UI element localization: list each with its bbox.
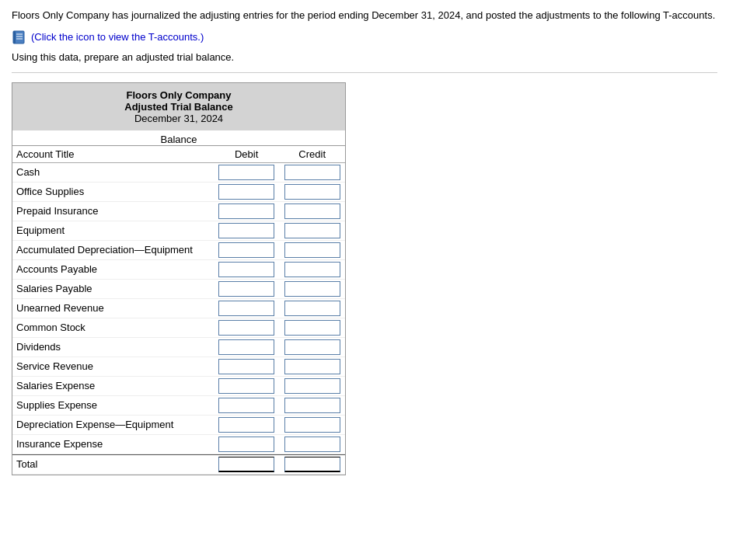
table-row: Unearned Revenue <box>12 299 345 318</box>
debit-input[interactable] <box>218 437 274 452</box>
account-title-cell: Unearned Revenue <box>12 302 214 314</box>
t-accounts-link[interactable]: (Click the icon to view the T-accounts.) <box>12 30 717 45</box>
intro-text: Floors Only Company has journalized the … <box>12 8 717 23</box>
section-divider <box>12 72 717 73</box>
col-credit-header: Credit <box>279 148 345 160</box>
table-row: Common Stock <box>12 318 345 338</box>
adjusted-trial-balance-table: Floors Only Company Adjusted Trial Balan… <box>12 82 346 475</box>
table-row: Supplies Expense <box>12 396 345 416</box>
svg-rect-1 <box>13 31 16 43</box>
debit-input[interactable] <box>218 301 274 316</box>
debit-input-cell[interactable] <box>214 359 280 374</box>
credit-input[interactable] <box>284 457 340 472</box>
account-title-cell: Salaries Payable <box>12 283 214 294</box>
credit-input-cell[interactable] <box>279 378 345 394</box>
credit-input-cell[interactable] <box>279 184 345 200</box>
credit-input-cell[interactable] <box>279 203 345 219</box>
table-rows-container: CashOffice SuppliesPrepaid InsuranceEqui… <box>12 163 345 475</box>
credit-input[interactable] <box>284 437 340 452</box>
credit-input-cell[interactable] <box>279 359 345 374</box>
debit-input[interactable] <box>218 262 274 277</box>
debit-input-cell[interactable] <box>214 184 280 200</box>
credit-input[interactable] <box>284 242 340 258</box>
debit-input-cell[interactable] <box>214 378 280 394</box>
account-title-cell: Equipment <box>12 224 214 236</box>
account-title-cell: Dividends <box>12 341 214 353</box>
debit-input[interactable] <box>218 242 274 258</box>
credit-input-cell[interactable] <box>279 320 345 336</box>
credit-input-cell[interactable] <box>279 165 345 180</box>
debit-input-cell[interactable] <box>214 320 280 336</box>
credit-input-cell[interactable] <box>279 281 345 297</box>
table-row: Salaries Payable <box>12 280 345 299</box>
debit-input[interactable] <box>218 378 274 394</box>
col-account-header: Account Title <box>12 148 214 160</box>
credit-input[interactable] <box>284 184 340 200</box>
column-headers: Account Title Debit Credit <box>12 146 345 163</box>
debit-input-cell[interactable] <box>214 339 280 355</box>
credit-input[interactable] <box>284 262 340 277</box>
credit-input[interactable] <box>284 398 340 413</box>
debit-input[interactable] <box>218 339 274 355</box>
table-row: Depreciation Expense—Equipment <box>12 416 345 435</box>
debit-input-cell[interactable] <box>214 242 280 258</box>
account-title-cell: Insurance Expense <box>12 438 214 450</box>
account-title-cell: Accumulated Depreciation—Equipment <box>12 244 214 256</box>
debit-input-cell[interactable] <box>214 281 280 297</box>
debit-input[interactable] <box>218 165 274 180</box>
debit-input-cell[interactable] <box>214 165 280 180</box>
debit-input-cell[interactable] <box>214 398 280 413</box>
account-title-cell: Prepaid Insurance <box>12 205 214 217</box>
table-row: Salaries Expense <box>12 377 345 396</box>
account-title-cell: Salaries Expense <box>12 380 214 391</box>
debit-input-cell[interactable] <box>214 437 280 452</box>
credit-input-cell[interactable] <box>279 417 345 433</box>
account-title-cell: Service Revenue <box>12 360 214 372</box>
debit-input[interactable] <box>218 223 274 238</box>
credit-input[interactable] <box>284 339 340 355</box>
debit-input-cell[interactable] <box>214 301 280 316</box>
credit-input-cell[interactable] <box>279 398 345 413</box>
credit-input[interactable] <box>284 320 340 336</box>
credit-input[interactable] <box>284 165 340 180</box>
debit-input-cell[interactable] <box>214 262 280 277</box>
account-title-cell: Depreciation Expense—Equipment <box>12 419 214 430</box>
debit-input-cell[interactable] <box>214 203 280 219</box>
debit-input-cell[interactable] <box>214 457 280 472</box>
debit-input[interactable] <box>218 184 274 200</box>
table-row: Prepaid Insurance <box>12 202 345 221</box>
credit-input[interactable] <box>284 378 340 394</box>
table-row: Dividends <box>12 338 345 357</box>
credit-input[interactable] <box>284 203 340 219</box>
table-row: Office Supplies <box>12 183 345 202</box>
debit-input[interactable] <box>218 457 274 472</box>
credit-input-cell[interactable] <box>279 339 345 355</box>
debit-input[interactable] <box>218 203 274 219</box>
debit-input[interactable] <box>218 281 274 297</box>
credit-input-cell[interactable] <box>279 437 345 452</box>
credit-input-cell[interactable] <box>279 242 345 258</box>
debit-input[interactable] <box>218 417 274 433</box>
debit-input-cell[interactable] <box>214 417 280 433</box>
debit-input[interactable] <box>218 320 274 336</box>
credit-input-cell[interactable] <box>279 223 345 238</box>
credit-input[interactable] <box>284 359 340 374</box>
debit-input[interactable] <box>218 398 274 413</box>
credit-input[interactable] <box>284 417 340 433</box>
credit-input-cell[interactable] <box>279 457 345 472</box>
credit-input[interactable] <box>284 281 340 297</box>
debit-input[interactable] <box>218 359 274 374</box>
table-header: Floors Only Company Adjusted Trial Balan… <box>12 83 345 130</box>
table-row: Insurance Expense <box>12 435 345 454</box>
credit-input[interactable] <box>284 301 340 316</box>
t-accounts-link-text: (Click the icon to view the T-accounts.) <box>31 31 204 43</box>
table-row: Accounts Payable <box>12 260 345 280</box>
debit-input-cell[interactable] <box>214 223 280 238</box>
table-row: Cash <box>12 163 345 183</box>
credit-input-cell[interactable] <box>279 262 345 277</box>
credit-input[interactable] <box>284 223 340 238</box>
account-title-cell: Common Stock <box>12 322 214 333</box>
account-title-cell: Supplies Expense <box>12 399 214 411</box>
table-row: Accumulated Depreciation—Equipment <box>12 241 345 260</box>
credit-input-cell[interactable] <box>279 301 345 316</box>
